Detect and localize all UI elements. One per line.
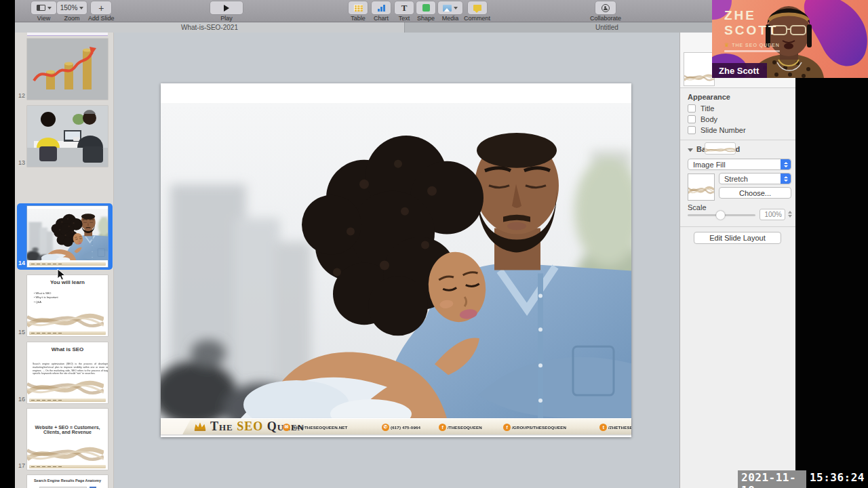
format-inspector: Appearance Title Body Slide Number Backg…	[679, 33, 795, 488]
mini-footer-bar	[29, 331, 106, 335]
crown-icon: ♛	[724, 42, 730, 48]
slide-11-edge	[27, 33, 108, 35]
webcam-contact-line	[724, 50, 780, 52]
table-button[interactable]: Table	[349, 1, 368, 22]
slide-number: 13	[15, 159, 25, 166]
dropdown-stepper-icon[interactable]	[781, 159, 791, 169]
slide-13-thumbnail[interactable]	[27, 106, 108, 167]
swirl-graphic	[684, 72, 714, 83]
slide-number-checkbox[interactable]	[688, 126, 696, 134]
title-checkbox[interactable]	[688, 104, 696, 113]
shape-button[interactable]: Shape	[416, 1, 435, 22]
view-button[interactable]: View	[31, 1, 56, 22]
slide-thumbnail-row[interactable]: 18 Search Engine Results Page Anatomy	[15, 475, 114, 488]
zoom-value: 150%	[60, 4, 78, 12]
slide-16-thumbnail[interactable]: What is SEO Search engine optimization (…	[27, 342, 108, 403]
mini-slide-title: Website + SEO = Customers, Clients, and …	[33, 425, 102, 434]
title-checkbox-label: Title	[701, 104, 714, 113]
choose-button[interactable]: Choose...	[719, 187, 791, 199]
contact-facebook-group: f /GROUPS/THESEOQUEEN	[503, 424, 599, 431]
zoom-control[interactable]: 150% Zoom	[57, 1, 87, 22]
mini-slide-body: Search engine optimization (SEO) is the …	[33, 363, 108, 375]
couple-photo-mini	[27, 209, 108, 260]
chevron-down-icon	[454, 7, 458, 9]
mouse-cursor	[57, 268, 66, 281]
swirl-graphic	[27, 309, 104, 331]
body-checkbox[interactable]	[688, 115, 696, 123]
background-heading[interactable]: Background	[688, 145, 740, 153]
growth-chart-graphic	[27, 39, 108, 100]
slide-18-thumbnail[interactable]: Search Engine Results Page Anatomy	[27, 475, 108, 488]
slide-14-thumbnail[interactable]	[27, 206, 108, 267]
fill-mode-dropdown[interactable]: Stretch	[719, 173, 791, 184]
collaborate-label: Collaborate	[590, 15, 621, 22]
disclosure-triangle-icon[interactable]	[688, 148, 693, 152]
slide-number: 17	[15, 462, 25, 469]
media-button[interactable]: Media	[438, 1, 462, 22]
tab-title: Untitled	[595, 24, 618, 31]
current-slide[interactable]: The SEO Queen ✉ ZHE@THESEOQUEEN.NET ✆ (6…	[161, 83, 631, 437]
table-icon	[354, 5, 363, 12]
value-stepper-icon[interactable]	[788, 211, 792, 218]
slide-thumbnail-row[interactable]: 15 You will learn • What is SEO • Why it…	[15, 275, 114, 338]
scale-slider-knob[interactable]	[716, 211, 725, 220]
slide-layout-preview[interactable]	[684, 53, 714, 85]
collaborate-button[interactable]: Collaborate	[590, 1, 621, 22]
chart-button[interactable]: Chart	[372, 1, 391, 22]
webcam-brand: ♛ THE SEO QUEEN	[724, 42, 780, 48]
slide-thumbnail-row[interactable]: 17 Website + SEO = Customers, Clients, a…	[15, 409, 114, 471]
timestamp-time: 15:36:24	[806, 470, 868, 488]
slide-thumbnail-row[interactable]: 12	[15, 39, 114, 101]
comment-icon	[473, 5, 481, 11]
footer-wedge	[161, 419, 191, 434]
fill-image-thumbnail[interactable]	[688, 174, 715, 201]
slide-thumbnail-row[interactable]: 16 What is SEO Search engine optimizatio…	[15, 342, 114, 405]
divider	[680, 226, 795, 227]
slide-number: 16	[15, 396, 25, 403]
recording-timestamp: 2021-11-18 15:36:24	[738, 470, 868, 488]
fill-type-dropdown[interactable]: Image Fill	[688, 159, 791, 170]
background-preview-swatch[interactable]	[705, 142, 736, 155]
contact-facebook: f /THESEOQUEEN	[439, 424, 503, 431]
scale-value-field[interactable]: 100%	[760, 209, 785, 220]
tab-title: What-is-SEO-2021	[181, 24, 238, 31]
facebook-icon: f	[503, 424, 511, 431]
plus-icon: +	[91, 1, 111, 14]
slide-thumbnail-row[interactable]: 13	[15, 106, 114, 168]
swirl-graphic	[27, 376, 104, 398]
timestamp-date: 2021-11-18	[738, 470, 806, 488]
contact-twitter: t /ZHETHESEOQUEEN	[599, 424, 631, 431]
slide-number: 15	[15, 329, 25, 336]
comment-label: Comment	[464, 15, 490, 22]
swirl-graphic	[705, 146, 735, 153]
slide-canvas[interactable]: The SEO Queen ✉ ZHE@THESEOQUEEN.NET ✆ (6…	[114, 33, 679, 488]
contact-chips: ✉ ZHE@THESEOQUEEN.NET ✆ (617) 475-0964 f…	[283, 419, 623, 434]
webcam-overlay: ZHE SCOTT ♛ THE SEO QUEEN Zhe Scott	[712, 0, 868, 78]
comment-button[interactable]: Comment	[464, 1, 490, 22]
slide-number-checkbox-row[interactable]: Slide Number	[688, 126, 746, 134]
text-button[interactable]: T Text	[395, 1, 414, 22]
text-label: Text	[395, 15, 414, 22]
slide-17-thumbnail[interactable]: Website + SEO = Customers, Clients, and …	[27, 409, 108, 470]
title-checkbox-row[interactable]: Title	[688, 104, 714, 113]
email-icon: ✉	[283, 424, 290, 431]
tab-what-is-seo-2021[interactable]: What-is-SEO-2021	[15, 22, 405, 33]
play-label: Play	[210, 15, 243, 22]
play-button[interactable]: Play	[210, 1, 243, 22]
swirl-graphic	[27, 443, 104, 464]
body-checkbox-row[interactable]: Body	[688, 115, 717, 123]
mini-slide-title: What is SEO	[27, 346, 108, 352]
slide-thumbnail-row-selected[interactable]: 14	[15, 206, 114, 268]
add-slide-button[interactable]: + Add Slide	[88, 1, 115, 22]
webcam-name-label: Zhe Scott	[712, 63, 767, 78]
shape-icon	[422, 4, 430, 12]
slide-navigator: 12 13	[15, 33, 114, 488]
dropdown-stepper-icon[interactable]	[781, 174, 791, 184]
add-slide-label: Add Slide	[88, 15, 115, 22]
edit-slide-layout-button[interactable]: Edit Slide Layout	[694, 232, 781, 244]
slide-15-thumbnail[interactable]: You will learn • What is SEO • Why it is…	[27, 275, 108, 336]
media-label: Media	[438, 15, 462, 22]
scale-slider[interactable]	[688, 214, 755, 216]
slide-12-thumbnail[interactable]	[27, 39, 108, 100]
swirl-graphic	[688, 184, 714, 196]
